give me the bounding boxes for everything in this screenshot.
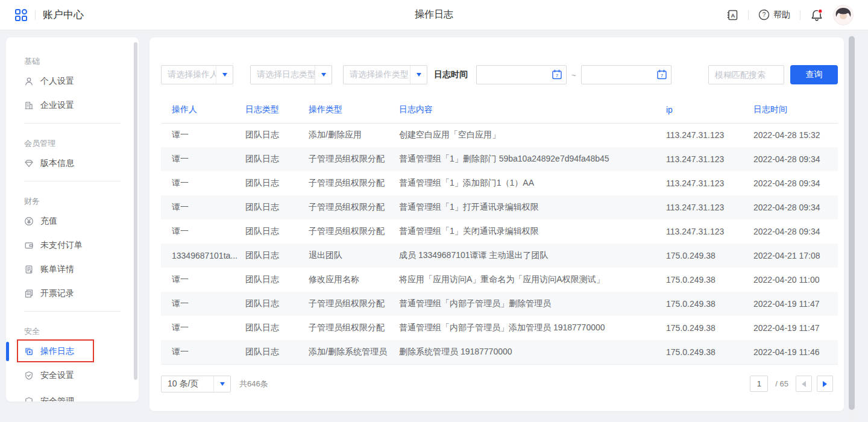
log-type-select[interactable]: 请选择日志类型: [250, 65, 332, 84]
caret-left-icon: [802, 381, 806, 387]
col-time: 日志时间: [753, 96, 838, 123]
sidebar-item-security-settings[interactable]: 安全设置: [6, 364, 139, 388]
sidebar-scrollbar-thumb[interactable]: [134, 42, 137, 380]
action-type-select[interactable]: 请选择操作类型: [343, 65, 427, 84]
total-pages: / 65: [775, 379, 788, 388]
table-row: 谭一 团队日志 子管理员组权限分配 普通管理组「内部子管理员」删除管理员 175…: [161, 292, 838, 316]
cell-action-type: 退出团队: [309, 244, 399, 268]
cell-ip: 175.0.249.38: [666, 340, 753, 364]
security-icon: [24, 397, 34, 402]
sidebar-item-unpaid-orders[interactable]: 未支付订单: [6, 233, 139, 257]
user-icon: [24, 77, 34, 86]
cell-time: 2022-04-19 11:46: [753, 340, 838, 364]
sidebar-divider: [24, 181, 121, 181]
cell-log-type: 团队日志: [245, 195, 309, 219]
notification-bell-icon[interactable]: [810, 8, 823, 22]
sidebar-item-recharge[interactable]: 充值: [6, 209, 139, 233]
sidebar-item-personal-settings[interactable]: 个人设置: [6, 69, 139, 93]
cell-ip: 175.0.249.38: [666, 244, 753, 268]
svg-text:?: ?: [763, 11, 766, 18]
next-page-button[interactable]: [817, 376, 833, 392]
sidebar-item-label: 未支付订单: [40, 240, 83, 251]
wallet-icon: [24, 241, 34, 250]
sidebar-item-enterprise-settings[interactable]: 企业设置: [6, 93, 139, 118]
cell-action-type: 子管理员组权限分配: [309, 147, 399, 171]
sidebar-item-version-info[interactable]: 版本信息: [6, 151, 139, 175]
cell-log-type: 团队日志: [245, 147, 309, 171]
cell-content: 成员 13349687101谭谭 主动退出了团队: [399, 244, 666, 268]
svg-text:7: 7: [556, 73, 559, 78]
total-count: 共646条: [239, 379, 268, 389]
log-type-select-placeholder: 请选择日志类型: [251, 69, 315, 80]
cell-operator: 13349687101ta...: [161, 244, 245, 268]
sidebar-item-label: 开票记录: [40, 288, 74, 299]
sidebar-item-label: 安全设置: [40, 370, 74, 381]
chevron-down-icon: [216, 66, 233, 84]
table-row: 谭一 团队日志 修改应用名称 将应用「应用访问A」重命名为「应用访问A权限测试」…: [161, 268, 838, 292]
cell-time: 2022-04-28 09:34: [753, 171, 838, 195]
sidebar-divider: [24, 311, 121, 312]
shield-check-icon: [24, 371, 34, 380]
invoice-icon: [24, 289, 34, 298]
fuzzy-search-input[interactable]: [708, 65, 784, 84]
operator-select[interactable]: 请选择操作人: [161, 65, 233, 84]
sidebar-item-bill-details[interactable]: 账单详情: [6, 257, 139, 282]
yen-circle-icon: [24, 216, 34, 226]
sidebar-item-label: 企业设置: [40, 100, 74, 111]
help-label: 帮助: [773, 10, 790, 20]
cell-action-type: 子管理员组权限分配: [309, 219, 399, 244]
date-range-label: 日志时间: [434, 69, 468, 80]
sidebar-item-operation-log[interactable]: 操作日志: [6, 339, 139, 364]
page-number-input[interactable]: [750, 376, 768, 392]
page-size-select[interactable]: 10 条/页: [161, 376, 231, 392]
chevron-down-icon: [315, 66, 332, 84]
cell-operator: 谭一: [161, 340, 245, 364]
cell-action-type: 修改应用名称: [309, 268, 399, 292]
header-divider: [35, 10, 36, 20]
cell-content: 删除系统管理员 19187770000: [399, 340, 666, 364]
start-date-input[interactable]: 7: [476, 65, 567, 84]
cell-ip: 113.247.31.123: [666, 219, 753, 244]
address-book-icon[interactable]: A: [726, 9, 738, 21]
sidebar-item-label: 充值: [40, 216, 57, 227]
app-name: 账户中心: [43, 8, 84, 22]
cell-content: 普通管理组「1」打开通讯录编辑权限: [399, 195, 666, 219]
gem-icon: [24, 159, 34, 168]
sidebar-item-invoice-records[interactable]: 开票记录: [6, 282, 139, 306]
query-button[interactable]: 查询: [790, 65, 838, 84]
building-icon: [24, 101, 34, 110]
cell-action-type: 子管理员组权限分配: [309, 171, 399, 195]
avatar[interactable]: [833, 5, 854, 25]
page-scrollbar[interactable]: [849, 30, 855, 422]
range-separator: ~: [571, 71, 576, 80]
cell-content: 创建空白应用「空白应用」: [399, 123, 666, 147]
cell-time: 2022-04-28 15:32: [753, 123, 838, 147]
col-log-type: 日志类型: [245, 96, 309, 123]
cell-log-type: 团队日志: [245, 219, 309, 244]
cell-log-type: 团队日志: [245, 268, 309, 292]
table-header-row: 操作人 日志类型 操作类型 日志内容 ip 日志时间: [161, 96, 838, 123]
col-operator: 操作人: [161, 96, 245, 123]
cell-operator: 谭一: [161, 316, 245, 340]
cell-action-type: 子管理员组权限分配: [309, 316, 399, 340]
svg-text:7: 7: [660, 73, 663, 78]
header-divider: [748, 10, 749, 20]
cell-time: 2022-04-21 17:08: [753, 244, 838, 268]
cell-time: 2022-04-20 11:00: [753, 268, 838, 292]
sidebar-item-label: 账单详情: [40, 264, 74, 275]
help-button[interactable]: ? 帮助: [758, 9, 790, 20]
table-row: 13349687101ta... 团队日志 退出团队 成员 1334968710…: [161, 244, 838, 268]
end-date-input[interactable]: 7: [581, 65, 671, 84]
apps-grid-icon[interactable]: [14, 8, 28, 22]
bill-icon: [24, 265, 34, 274]
section-title-finance: 财务: [24, 195, 121, 207]
pagination-bar: 10 条/页 共646条 / 65: [161, 376, 838, 392]
chevron-down-icon: [410, 66, 427, 84]
page-size-value: 10 条/页: [162, 379, 213, 389]
page-scrollbar-thumb[interactable]: [849, 36, 855, 410]
cell-action-type: 子管理员组权限分配: [309, 195, 399, 219]
sidebar-item-label: 操作日志: [40, 346, 74, 357]
sidebar-item-security-management[interactable]: 安全管理: [6, 389, 139, 402]
prev-page-button[interactable]: [796, 376, 812, 392]
cell-content: 普通管理组「1」添加部门1（1）AA: [399, 171, 666, 195]
